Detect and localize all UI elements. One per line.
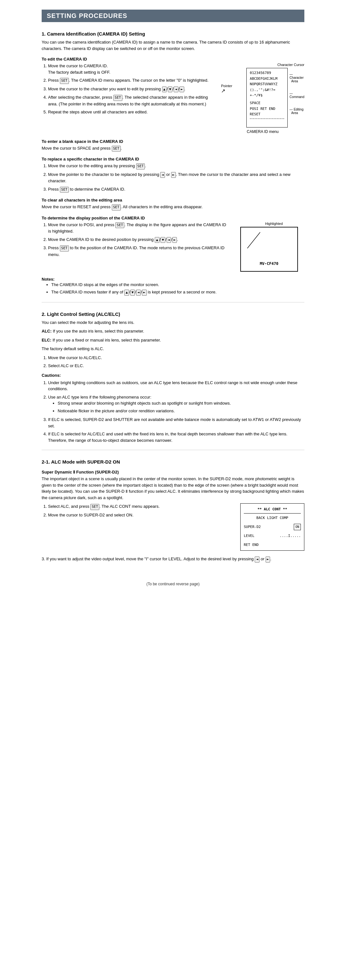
position-diagram-box: MV-CF470 <box>240 227 298 272</box>
anno-line2: — <box>290 92 293 95</box>
menu-row-space: SPACE <box>250 100 284 106</box>
key-set3: SET <box>112 146 121 152</box>
default-text: The factory default setting is ALC. <box>41 346 305 352</box>
anno-line1: — <box>290 72 293 76</box>
replace-step-3: Press SET to determine the CAMERA ID. <box>48 186 305 193</box>
super-d2-label: SUPER-D2 <box>244 524 261 530</box>
edit-camera-id-section: Move the cursor to CAMERA ID.The factory… <box>41 63 305 134</box>
annotations: — Character Area — Command — Editing Are… <box>290 68 305 119</box>
page-footer: (To be continued reverse page) <box>41 582 305 586</box>
alc-menu-subtitle: BACK LIGHT COMP <box>244 515 301 521</box>
section21-text1: The important object in a scene is usual… <box>41 476 305 501</box>
menu-row-5: +-*/¥$ <box>250 92 284 99</box>
key-up2: ▲ <box>155 237 159 243</box>
pos-step-3: Press SET to fix the position of the CAM… <box>48 245 228 258</box>
key-set7: SET <box>115 222 124 228</box>
camera-id-menu-label: CAMERA ID menu <box>221 129 305 134</box>
pointer-arrow: ↗ <box>221 88 232 94</box>
key-right5: ► <box>266 557 270 563</box>
section2-title: 2. Light Control Setting (ALC/ELC) <box>41 312 305 317</box>
display-pos-text: Move the cursor to POSI, and press SET. … <box>41 222 228 261</box>
key-right2: ► <box>171 172 176 178</box>
caution-4: If ELC is selected for ALC/ELC and used … <box>48 431 305 443</box>
notes-title: Notes: <box>41 277 305 282</box>
pos-step-2: Move the CAMERA ID to the desired positi… <box>48 236 228 243</box>
key-set2: SET <box>113 95 123 101</box>
annotation-editing: — Editing Area <box>290 108 305 115</box>
section2-intro: You can select the mode for adjusting th… <box>41 320 305 326</box>
editing-area <box>250 119 284 125</box>
footer-text: (To be continued reverse page) <box>147 582 199 586</box>
spacer3 <box>244 539 301 542</box>
key-right3: ► <box>172 237 177 243</box>
alc-desc: ALC: If you use the auto iris lens, sele… <box>41 328 305 334</box>
caution-2: Use an ALC type lens if the following ph… <box>48 394 305 414</box>
elc-label: ELC: <box>41 338 51 342</box>
caution-3: If ELC is selected, SUPER-D2 and SHUTTER… <box>48 417 305 429</box>
section21-title: 2-1. ALC Mode with SUPER-D2 ON <box>41 459 305 465</box>
menu-row-4: ().,'";&#!?= <box>250 87 284 93</box>
s2-step-2: Select ALC or ELC. <box>48 363 305 369</box>
edit-camera-id-steps: Move the cursor to CAMERA ID.The factory… <box>48 63 215 115</box>
key-set4: SET <box>136 163 145 169</box>
divider-1 <box>41 302 305 302</box>
key-down2: ▼ <box>161 237 165 243</box>
display-pos-title: To determine the display position of the… <box>41 216 305 220</box>
key-down3: ▼ <box>131 290 135 296</box>
character-cursor-label: Character Cursor <box>221 63 305 67</box>
step-1: Move the cursor to CAMERA ID.The factory… <box>48 63 215 75</box>
menu-row-1: 0123456789 <box>250 70 284 76</box>
key-set8: SET <box>60 245 69 251</box>
edit-camera-id-text: Move the cursor to CAMERA ID.The factory… <box>41 63 215 119</box>
ret-end-row: RET END <box>244 542 301 548</box>
page-header: SETTING PROCEDURES <box>41 10 305 22</box>
step-4: After selecting the character, press SET… <box>48 94 215 107</box>
key-left4: ◄ <box>136 290 141 296</box>
alc-diagram-col: ** ALC CONT ** BACK LIGHT COMP SUPER-D2 … <box>228 503 305 551</box>
caution-1: Under bright lighting conditions such as… <box>48 380 305 392</box>
key-set: SET <box>60 78 69 84</box>
alc-text-col: Select ALC, and press SET. The ALC CONT … <box>41 503 221 521</box>
page-wrapper: SETTING PROCEDURES 1. Camera Identificat… <box>35 0 311 606</box>
anno-spacer <box>290 80 291 83</box>
camera-id-menu-diagram: Character Cursor Pointer ↗ 0123456789 AB… <box>221 63 305 134</box>
on-box: ON <box>294 524 301 530</box>
elc-desc: ELC: If you use a fixed or manual iris l… <box>41 337 305 344</box>
alc-menu-title: ** ALC CONT ** <box>244 506 301 514</box>
subbullet-1: Strong smear and/or blooming on highligh… <box>58 400 305 407</box>
pos-step-1: Move the cursor to POSI, and press SET. … <box>48 222 228 234</box>
step-2: Press SET. The CAMERA ID menu appears. T… <box>48 77 215 84</box>
divider-2 <box>41 450 305 450</box>
key-up3: ▲ <box>124 290 129 296</box>
annotation-character-area: — Character Area <box>290 72 305 83</box>
anno-line3: — <box>290 108 293 111</box>
note-1: The CAMERA ID stops at the edges of the … <box>51 282 305 288</box>
spacer2 <box>244 530 301 533</box>
section1-intro: You can use the camera identification (C… <box>41 39 305 52</box>
svg-line-0 <box>247 232 260 248</box>
key-set6: SET <box>112 204 121 210</box>
key-right4: ► <box>142 290 147 296</box>
super-d2-title: Super Dynamic Ⅱ Function (SUPER-D2) <box>41 470 305 474</box>
alc-section: Select ALC, and press SET. The ALC CONT … <box>41 503 305 551</box>
replace-char-title: To replace a specific character in the C… <box>41 157 305 161</box>
slash-svg <box>244 231 263 250</box>
clear-all-title: To clear all characters in the editing a… <box>41 198 305 202</box>
replace-step-1: Move the cursor to the editing area by p… <box>48 163 305 169</box>
subbullet-2: Noticeable flicker in the picture and/or… <box>58 408 305 414</box>
s2-step-1: Move the cursor to ALC/ELC. <box>48 355 305 361</box>
notes-list: The CAMERA ID stops at the edges of the … <box>51 282 305 296</box>
key-left: ◄ <box>174 86 179 92</box>
replace-step-2: Move the pointer to the character to be … <box>48 172 305 184</box>
alc-label: ALC: <box>41 329 52 334</box>
key-set9: SET <box>90 504 99 510</box>
key-left3: ◄ <box>167 237 171 243</box>
pointer-area: Pointer ↗ <box>221 84 232 94</box>
position-diagram-col: Highlighted MV-CF470 <box>234 222 305 272</box>
step-3: Move the cursor to the character you wan… <box>48 86 215 92</box>
pointer-label: Pointer <box>221 84 232 88</box>
menu-row-2: ABCDEFGHIJKLM <box>250 76 284 82</box>
display-pos-steps: Move the cursor to POSI, and press SET. … <box>48 222 228 258</box>
spacer <box>244 521 301 524</box>
super-d2-row: SUPER-D2 ON <box>244 524 301 530</box>
